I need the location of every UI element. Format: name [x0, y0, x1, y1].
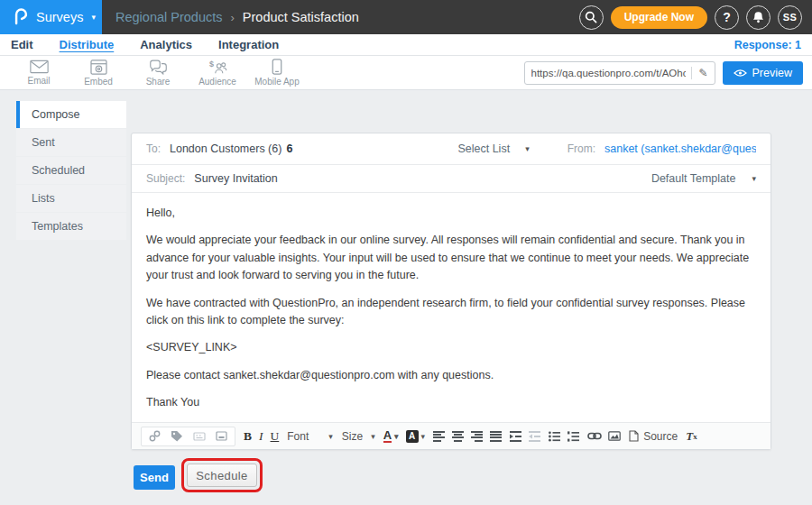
- mobile-app-icon: [272, 59, 282, 75]
- align-justify-icon[interactable]: [490, 431, 502, 442]
- schedule-highlight-annotation: Schedule: [181, 458, 263, 492]
- text-color-dropdown[interactable]: A ▾: [383, 429, 399, 443]
- sidebar-item-templates[interactable]: Templates: [16, 213, 126, 240]
- tag-icon[interactable]: [171, 430, 183, 443]
- top-header: Surveys ▾ Regional Products › Product Sa…: [0, 0, 812, 34]
- send-button[interactable]: Send: [134, 465, 175, 490]
- remove-format-button[interactable]: Tx: [686, 429, 697, 444]
- upgrade-button[interactable]: Upgrade Now: [611, 6, 707, 29]
- edit-url-icon[interactable]: ✎: [691, 67, 707, 79]
- indent-group: [510, 431, 540, 442]
- tab-edit[interactable]: Edit: [11, 38, 33, 51]
- font-size-dropdown[interactable]: Size ▾: [342, 430, 375, 443]
- body-paragraph: <SURVEY_LINK>: [146, 339, 756, 356]
- tab-distribute[interactable]: Distribute: [60, 38, 115, 51]
- subject-label: Subject:: [146, 172, 185, 185]
- distribute-content: Compose Sent Scheduled Lists Templates T…: [0, 90, 812, 505]
- help-button[interactable]: ?: [715, 5, 739, 30]
- sidebar-item-lists[interactable]: Lists: [16, 185, 126, 212]
- breadcrumb-parent[interactable]: Regional Products: [115, 10, 223, 24]
- source-label: Source: [643, 430, 678, 443]
- preview-label: Preview: [752, 67, 792, 79]
- channel-label: Email: [27, 76, 50, 86]
- subject-row: Subject: Survey Invitation Default Templ…: [132, 165, 770, 193]
- underline-button[interactable]: U: [271, 429, 280, 444]
- channel-audience[interactable]: $ Audience: [188, 60, 247, 87]
- channel-label: Share: [146, 77, 171, 87]
- bg-color-label: A: [406, 430, 419, 443]
- share-icon: [149, 60, 168, 75]
- audience-icon: $: [208, 60, 227, 75]
- align-right-icon[interactable]: [471, 431, 483, 442]
- font-family-dropdown[interactable]: Font ▾: [287, 430, 333, 443]
- sidebar-item-sent[interactable]: Sent: [16, 129, 126, 156]
- bell-icon: [752, 11, 764, 23]
- from-sender[interactable]: sanket (sanket.shekdar@ques...: [604, 142, 756, 155]
- italic-button[interactable]: I: [259, 429, 263, 444]
- schedule-button[interactable]: Schedule: [187, 464, 257, 487]
- avatar[interactable]: SS: [778, 5, 802, 30]
- align-left-icon[interactable]: [433, 431, 445, 442]
- remove-format-x: x: [693, 432, 697, 441]
- response-count[interactable]: Response: 1: [734, 39, 801, 51]
- to-row: To: London Customers (6) 6 Select List ▾…: [132, 133, 770, 165]
- chevron-down-icon: ▾: [525, 144, 530, 153]
- breadcrumb-current: Product Satisfaction: [243, 10, 359, 24]
- channel-share[interactable]: Share: [128, 60, 188, 87]
- chevron-down-icon: ▾: [752, 174, 756, 183]
- alignment-group: [433, 431, 502, 442]
- tab-integration[interactable]: Integration: [218, 38, 279, 51]
- size-label: Size: [342, 430, 363, 443]
- outdent-icon[interactable]: [529, 431, 540, 442]
- bold-button[interactable]: B: [244, 429, 252, 444]
- search-button[interactable]: [579, 5, 604, 30]
- chevron-down-icon: ▾: [91, 13, 96, 22]
- chevron-down-icon: ▾: [394, 432, 399, 441]
- sidebar-item-compose[interactable]: Compose: [16, 101, 126, 128]
- text-color-label: A: [383, 429, 392, 443]
- recipient-count: 6: [286, 142, 292, 155]
- bulleted-list-icon[interactable]: [549, 431, 560, 442]
- channel-email[interactable]: Email: [9, 60, 69, 86]
- image-icon[interactable]: [608, 431, 621, 441]
- notifications-button[interactable]: [746, 5, 770, 30]
- button-widget-icon[interactable]: [216, 431, 227, 441]
- product-switcher[interactable]: Surveys ▾: [0, 0, 102, 34]
- survey-url-field[interactable]: ✎: [524, 61, 715, 85]
- channel-toolbar: Email Embed Share $: [0, 56, 812, 90]
- channel-embed[interactable]: Embed: [69, 60, 128, 87]
- channel-mobile-app[interactable]: Mobile App: [247, 59, 307, 87]
- background-color-dropdown[interactable]: A ▾: [406, 430, 426, 443]
- to-label: To:: [146, 142, 161, 155]
- keyboard-icon[interactable]: [193, 432, 206, 441]
- template-dropdown[interactable]: Default Template ▾: [651, 172, 756, 185]
- select-list-dropdown[interactable]: Select List ▾: [457, 142, 529, 155]
- body-paragraph: We would appreciate your feedback in our…: [146, 232, 756, 284]
- tab-analytics[interactable]: Analytics: [140, 38, 192, 51]
- from-group: From: sanket (sanket.shekdar@ques...: [567, 142, 756, 155]
- survey-url-input[interactable]: [531, 68, 687, 78]
- svg-text:$: $: [209, 60, 214, 69]
- remove-format-t: T: [686, 429, 693, 444]
- chevron-down-icon: ▾: [421, 432, 426, 441]
- body-paragraph: Hello,: [146, 205, 756, 222]
- link-icon[interactable]: [587, 432, 602, 440]
- eye-icon: [734, 69, 747, 78]
- preview-button[interactable]: Preview: [723, 61, 803, 85]
- breadcrumb: Regional Products › Product Satisfaction: [115, 10, 359, 24]
- questionpro-logo-icon: [14, 7, 29, 27]
- subject-input[interactable]: Survey Invitation: [194, 172, 277, 185]
- app-root: Surveys ▾ Regional Products › Product Sa…: [0, 0, 812, 505]
- to-recipients[interactable]: London Customers (6): [170, 142, 281, 155]
- media-group: [587, 431, 621, 441]
- source-button[interactable]: Source: [629, 430, 678, 443]
- template-label: Default Template: [651, 172, 736, 185]
- insert-tools-group: [141, 427, 235, 446]
- unlink-icon[interactable]: [149, 430, 161, 442]
- numbered-list-icon[interactable]: [567, 431, 579, 442]
- align-center-icon[interactable]: [452, 431, 464, 442]
- sidebar-item-scheduled[interactable]: Scheduled: [16, 157, 126, 184]
- indent-icon[interactable]: [510, 431, 521, 442]
- email-body-editor[interactable]: Hello, We would appreciate your feedback…: [132, 193, 770, 422]
- embed-icon: [90, 60, 107, 75]
